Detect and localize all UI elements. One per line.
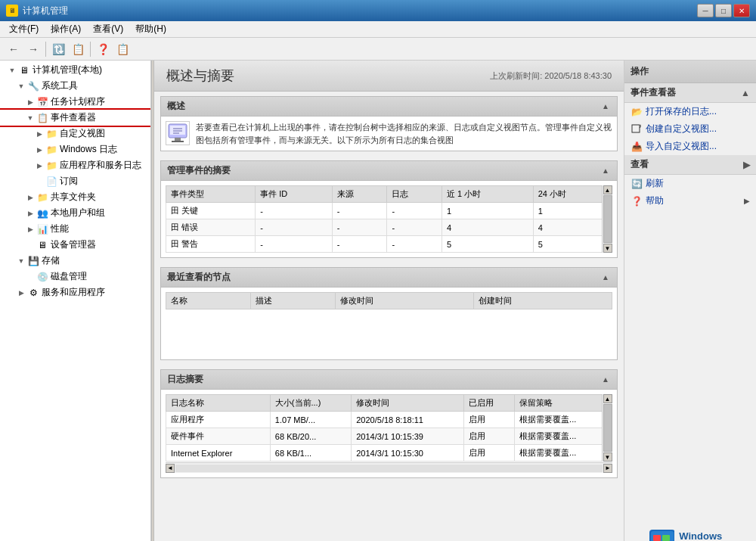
help-toolbar-button[interactable]: ❓ [94, 40, 112, 58]
expand-services-apps[interactable]: ▶ [15, 287, 27, 299]
event-viewer-label: 事件查看器 [51, 111, 96, 124]
tree-item-windows-logs[interactable]: ▶ 📁 Windows 日志 [0, 141, 150, 157]
title-bar: 🖥 计算机管理 ─ □ ✕ [0, 0, 756, 21]
right-section-view: 查看 ▶ [624, 155, 756, 175]
refresh-button[interactable]: 🔃 [49, 40, 67, 58]
tree-item-app-service-logs[interactable]: ▶ 📁 应用程序和服务日志 [0, 157, 150, 173]
tree-item-event-viewer[interactable]: ▼ 📋 事件查看器 [0, 110, 150, 126]
right-panel: 操作 事件查看器 ▲ 📂 打开保存的日志... 创建自定义视图... 📥 导入自… [624, 61, 756, 541]
table-row[interactable]: 田 警告 - - - 5 5 [166, 236, 612, 253]
export-button[interactable]: 📋 [113, 40, 132, 58]
tree-item-root[interactable]: ▼ 🖥 计算机管理(本地) [0, 62, 150, 78]
tree-item-local-users[interactable]: ▶ 👥 本地用户和组 [0, 205, 150, 221]
log-summary-title: 日志摘要 [167, 373, 203, 386]
tree-item-disk-management[interactable]: ▶ 💿 磁盘管理 [0, 269, 150, 284]
tree-item-device-manager[interactable]: ▶ 🖥 设备管理器 [0, 237, 150, 253]
col-name: 名称 [166, 293, 251, 309]
col-description: 描述 [251, 293, 336, 309]
table-row[interactable]: 应用程序 1.07 MB/... 2020/5/18 8:18:11 启用 根据… [166, 412, 612, 428]
svg-rect-13 [662, 535, 670, 541]
col-log: 日志 [387, 186, 442, 203]
back-button[interactable]: ← [5, 40, 23, 58]
action-open-saved-log-label: 打开保存的日志... [646, 105, 717, 118]
expand-root[interactable]: ▼ [6, 64, 18, 76]
action-help[interactable]: ❓ 帮助 ▶ [624, 192, 756, 210]
horizontal-scrollbar[interactable]: ◄ ► [166, 462, 612, 473]
tree-item-task-scheduler[interactable]: ▶ 📅 任务计划程序 [0, 94, 150, 110]
menu-view[interactable]: 查看(V) [87, 21, 129, 37]
center-panel: 概述与摘要 上次刷新时间: 2020/5/18 8:43:30 概述 ▲ [154, 61, 624, 541]
log-scroll-up[interactable]: ▲ [603, 394, 612, 403]
toolbar-separator-2 [90, 42, 91, 57]
expand-storage[interactable]: ▼ [15, 255, 27, 267]
device-manager-label: 设备管理器 [51, 238, 96, 251]
action-create-custom-view[interactable]: 创建自定义视图... [624, 120, 756, 138]
recent-nodes-toggle[interactable]: ▲ [600, 272, 611, 283]
table-row[interactable]: 田 关键 - - - 1 1 [166, 203, 612, 219]
expand-performance[interactable]: ▶ [24, 223, 36, 235]
shared-folders-icon: 📁 [36, 191, 48, 204]
table-row[interactable]: 硬件事件 68 KB/20... 2014/3/1 10:15:39 启用 根据… [166, 428, 612, 445]
root-icon: 🖥 [18, 64, 30, 76]
log-scrollbar[interactable]: ▲ ▼ [602, 394, 612, 462]
task-scheduler-icon: 📅 [36, 96, 48, 108]
expand-shared-folders[interactable]: ▶ [24, 191, 36, 204]
right-section-ev-toggle[interactable]: ▲ [741, 88, 750, 98]
expand-task-scheduler[interactable]: ▶ [24, 96, 36, 108]
expand-system-tools[interactable]: ▼ [15, 80, 27, 92]
overview-toggle[interactable]: ▲ [600, 101, 611, 112]
show-tree-button[interactable]: 📋 [69, 40, 87, 58]
expand-app-service-logs[interactable]: ▶ [33, 160, 45, 172]
log-scroll-thumb[interactable] [603, 404, 612, 452]
action-refresh[interactable]: 🔄 刷新 [624, 175, 756, 192]
scroll-right-btn[interactable]: ► [603, 464, 612, 473]
services-apps-label: 服务和应用程序 [42, 286, 105, 299]
log-scroll-down[interactable]: ▼ [603, 452, 612, 462]
menu-file[interactable]: 文件(F) [3, 21, 45, 37]
scroll-thumb[interactable] [603, 195, 612, 243]
menu-help[interactable]: 帮助(H) [129, 21, 172, 37]
menu-action[interactable]: 操作(A) [45, 21, 87, 37]
tree-item-system-tools[interactable]: ▼ 🔧 系统工具 [0, 78, 150, 94]
services-apps-icon: ⚙ [27, 287, 39, 299]
local-users-label: 本地用户和组 [51, 207, 105, 219]
table-row[interactable]: 田 错误 - - - 4 4 [166, 219, 612, 236]
expand-windows-logs[interactable]: ▶ [33, 144, 45, 156]
scroll-left-btn[interactable]: ◄ [166, 464, 175, 473]
tree-item-custom-views[interactable]: ▶ 📁 自定义视图 [0, 126, 150, 141]
action-import-custom-view[interactable]: 📥 导入自定义视图... [624, 138, 756, 155]
tree-item-performance[interactable]: ▶ 📊 性能 [0, 221, 150, 237]
table-row[interactable]: Internet Explorer 68 KB/1... 2014/3/1 10… [166, 445, 612, 462]
right-section-view-toggle[interactable]: ▶ [743, 160, 750, 170]
empty-space [166, 309, 612, 355]
refresh-icon: 🔄 [631, 178, 643, 190]
scroll-up-btn[interactable]: ▲ [603, 185, 612, 194]
log-summary-toggle[interactable]: ▲ [600, 375, 611, 385]
table-scrollbar[interactable]: ▲ ▼ [602, 185, 612, 253]
custom-views-label: 自定义视图 [60, 127, 105, 140]
tree-item-shared-folders[interactable]: ▶ 📁 共享文件夹 [0, 189, 150, 205]
managed-events-toggle[interactable]: ▲ [600, 166, 611, 176]
scroll-down-btn[interactable]: ▼ [603, 244, 612, 253]
log-summary-header: 日志摘要 ▲ [161, 370, 617, 390]
minimize-button[interactable]: ─ [697, 4, 714, 17]
maximize-button[interactable]: □ [715, 4, 732, 17]
action-open-saved-log[interactable]: 📂 打开保存的日志... [624, 103, 756, 120]
storage-icon: 💾 [27, 255, 39, 267]
tree-item-subscriptions[interactable]: ▶ 📄 订阅 [0, 173, 150, 189]
h-scroll-track [175, 465, 603, 472]
tree-item-services-apps[interactable]: ▶ ⚙ 服务和应用程序 [0, 284, 150, 300]
expand-custom-views[interactable]: ▶ [33, 128, 45, 140]
expand-local-users[interactable]: ▶ [24, 207, 36, 219]
col-log-name: 日志名称 [166, 395, 271, 412]
tree-item-storage[interactable]: ▼ 💾 存储 [0, 253, 150, 269]
page-header: 概述与摘要 上次刷新时间: 2020/5/18 8:43:30 [154, 61, 624, 92]
close-button[interactable]: ✕ [733, 4, 750, 17]
recent-nodes-section: 最近查看的节点 ▲ 名称 描述 修改时间 创建时间 [160, 267, 618, 360]
tree-root: ▼ 🖥 计算机管理(本地) ▼ 🔧 系统工具 ▶ 📅 任务计划程序 ▼ 📋 事件… [0, 61, 150, 302]
performance-label: 性能 [51, 222, 69, 235]
forward-button[interactable]: → [24, 40, 42, 58]
root-label: 计算机管理(本地) [33, 64, 102, 76]
expand-event-viewer[interactable]: ▼ [24, 112, 36, 124]
action-import-custom-view-label: 导入自定义视图... [646, 140, 717, 153]
